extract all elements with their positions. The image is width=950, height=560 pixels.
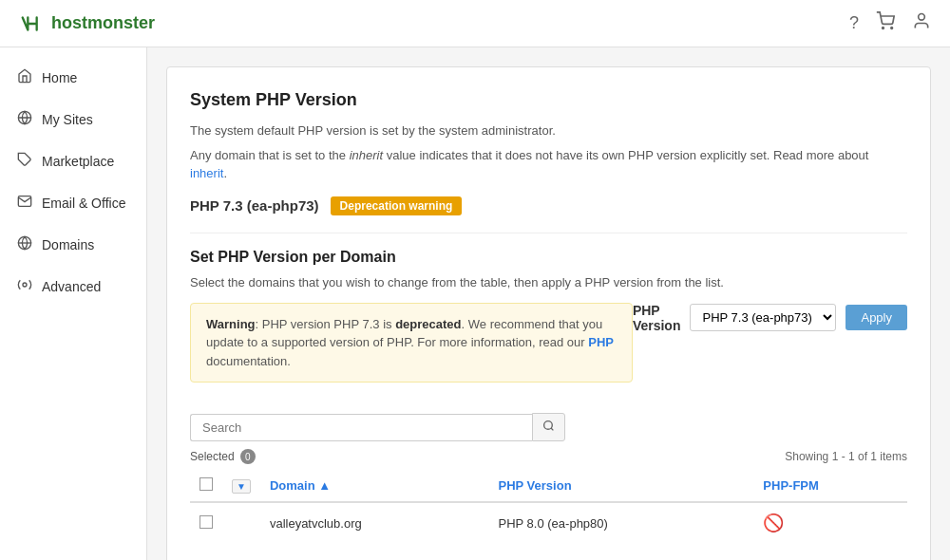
advanced-icon — [17, 277, 32, 296]
info2-prefix: Any domain that is set to the — [190, 148, 350, 162]
selected-badge: Selected 0 — [190, 449, 256, 464]
logo-text: hostmonster — [51, 13, 155, 33]
warning-box: Warning: PHP version PHP 7.3 is deprecat… — [190, 303, 633, 383]
inherit-italic: inherit — [350, 148, 383, 162]
row-checkbox[interactable] — [200, 515, 213, 529]
php-card: System PHP Version The system default PH… — [166, 66, 931, 560]
sidebar-item-label: My Sites — [42, 112, 93, 127]
php-doc-link[interactable]: PHP — [588, 335, 614, 349]
th-php-version-label: PHP Version — [499, 478, 572, 493]
info2-end: . — [223, 166, 227, 180]
warning-text3: documentation. — [206, 354, 291, 368]
logo-icon — [19, 10, 46, 37]
row-php-fpm: 🚫 — [753, 502, 907, 543]
sidebar-item-marketplace[interactable]: Marketplace — [0, 140, 146, 182]
sidebar-item-home[interactable]: Home — [0, 57, 146, 99]
selected-info: Selected 0 Showing 1 - 1 of 1 items — [190, 449, 907, 464]
main-content: System PHP Version The system default PH… — [147, 47, 950, 560]
home-icon — [17, 68, 32, 87]
sidebar-item-email-office[interactable]: Email & Office — [0, 182, 146, 224]
sidebar-item-label: Home — [42, 70, 77, 85]
search-input[interactable] — [190, 414, 532, 441]
th-checkbox — [190, 470, 222, 502]
header: hostmonster ? — [0, 0, 950, 47]
row-domain: valleyatvclub.org — [260, 502, 489, 543]
php-version-value: PHP 8.0 (ea-php80) — [499, 516, 608, 531]
user-icon[interactable] — [912, 11, 931, 35]
php-selector-row: Warning: PHP version PHP 7.3 is deprecat… — [190, 303, 907, 399]
domains-icon — [17, 235, 32, 254]
sidebar-item-my-sites[interactable]: My Sites — [0, 99, 146, 140]
set-php-description: Select the domains that you wish to chan… — [190, 275, 907, 289]
email-icon — [17, 194, 32, 213]
svg-line-9 — [551, 428, 553, 430]
php-fpm-block-icon: 🚫 — [763, 513, 784, 532]
th-php-fpm-label: PHP-FPM — [763, 478, 819, 493]
deprecation-badge: Deprecation warning — [331, 196, 463, 215]
system-php-info1: The system default PHP version is set by… — [190, 121, 907, 140]
th-php-version: PHP Version — [489, 470, 754, 502]
th-domain-label[interactable]: Domain ▲ — [270, 478, 331, 493]
sidebar-item-label: Domains — [42, 237, 94, 252]
set-php-title: Set PHP Version per Domain — [190, 249, 907, 266]
th-php-fpm: PHP-FPM — [753, 470, 907, 502]
php-selector-right: PHP Version PHP 7.3 (ea-php73) PHP 7.4 (… — [633, 303, 907, 333]
selected-count: 0 — [240, 449, 256, 464]
sidebar-item-advanced[interactable]: Advanced — [0, 266, 146, 308]
svg-point-1 — [891, 28, 893, 29]
svg-point-8 — [544, 421, 553, 430]
warning-text1: : PHP version PHP 7.3 is — [256, 317, 396, 331]
showing-text: Showing 1 - 1 of 1 items — [785, 450, 907, 463]
sidebar-item-domains[interactable]: Domains — [0, 224, 146, 266]
table-body: valleyatvclub.org PHP 8.0 (ea-php80) 🚫 — [190, 502, 907, 543]
row-checkbox-cell — [190, 502, 222, 543]
row-dropdown-cell — [222, 502, 260, 543]
warning-deprecated: deprecated — [395, 317, 461, 331]
sidebar-item-label: Email & Office — [42, 196, 125, 211]
cart-icon[interactable] — [876, 11, 895, 35]
search-input-wrap — [190, 413, 565, 441]
system-php-title: System PHP Version — [190, 90, 907, 110]
row-php-version: PHP 8.0 (ea-php80) — [489, 502, 754, 543]
select-all-checkbox[interactable] — [200, 477, 213, 491]
logo: hostmonster — [19, 10, 155, 37]
svg-point-7 — [23, 283, 27, 287]
info2-suffix: value indicates that it does not have it… — [383, 148, 868, 162]
divider — [190, 233, 907, 233]
table-row: valleyatvclub.org PHP 8.0 (ea-php80) 🚫 — [190, 502, 907, 543]
php-version-select[interactable]: PHP 7.3 (ea-php73) PHP 7.4 (ea-php74) PH… — [690, 304, 836, 331]
layout: Home My Sites Marketplace — [0, 47, 950, 560]
search-button[interactable] — [532, 413, 565, 441]
svg-point-0 — [883, 28, 884, 29]
system-php-info2: Any domain that is set to the inherit va… — [190, 146, 907, 183]
domain-value: valleyatvclub.org — [270, 516, 362, 531]
dropdown-arrow[interactable]: ▼ — [232, 479, 251, 494]
sidebar: Home My Sites Marketplace — [0, 47, 147, 560]
inherit-link[interactable]: inherit — [190, 166, 223, 180]
wordpress-icon — [17, 110, 32, 129]
apply-button[interactable]: Apply — [846, 305, 907, 330]
svg-point-2 — [919, 14, 925, 21]
domain-table: ▼ Domain ▲ PHP Version PHP-FPM — [190, 470, 907, 543]
php-version-line: PHP 7.3 (ea-php73) Deprecation warning — [190, 196, 907, 215]
help-icon[interactable]: ? — [849, 13, 859, 33]
selected-label: Selected — [190, 450, 235, 463]
marketplace-icon — [17, 152, 32, 171]
sidebar-item-label: Advanced — [42, 279, 101, 294]
header-actions: ? — [849, 11, 931, 35]
search-row — [190, 413, 907, 441]
php-version-label: PHP Version — [633, 303, 681, 333]
table-header-row: ▼ Domain ▲ PHP Version PHP-FPM — [190, 470, 907, 502]
sidebar-item-label: Marketplace — [42, 154, 114, 169]
th-dropdown: ▼ — [222, 470, 260, 502]
php-version-display: PHP 7.3 (ea-php73) — [190, 197, 319, 214]
th-domain: Domain ▲ — [260, 470, 489, 502]
warning-label: Warning — [206, 317, 256, 331]
